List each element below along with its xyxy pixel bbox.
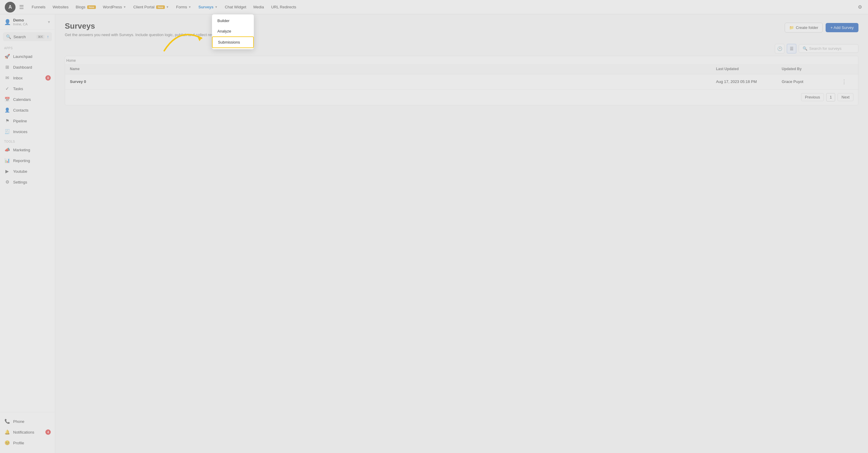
dropdown-analyze[interactable]: Analyze — [212, 26, 254, 36]
settings-gear-icon[interactable]: ⚙ — [857, 3, 863, 11]
nav-surveys[interactable]: Surveys ▼ — [195, 3, 221, 11]
search-icon: 🔍 — [6, 34, 11, 39]
sidebar-item-label: Reporting — [13, 158, 51, 163]
sidebar-item-label: Youtube — [13, 169, 51, 174]
search-button[interactable]: 🔍 Search ⌘K ↑ — [3, 32, 52, 41]
table-row: Survey 0 Aug 17, 2023 05:18 PM Grace Puy… — [65, 74, 858, 90]
sidebar-item-label: Invoices — [13, 130, 51, 134]
col-last-updated: Last Updated — [716, 67, 782, 71]
nav-forms[interactable]: Forms ▼ — [173, 3, 194, 11]
nav-wordpress[interactable]: WordPress ▼ — [100, 3, 129, 11]
sidebar-item-label: Profile — [13, 441, 51, 445]
settings-icon: ⚙ — [4, 180, 10, 185]
next-button[interactable]: Next — [838, 93, 854, 101]
sidebar-item-inbox[interactable]: ✉ Inbox 0 — [0, 72, 55, 83]
dropdown-builder[interactable]: Builder — [212, 15, 254, 26]
nav-blogs[interactable]: Blogs New — [72, 3, 98, 11]
table-header: Name Last Updated Updated By — [65, 64, 858, 74]
sidebar-user[interactable]: 👤 Demo Irvine, CA ▼ — [0, 14, 55, 30]
breadcrumb: Home — [65, 56, 858, 64]
clock-icon: 🕐 — [777, 46, 782, 51]
sidebar-item-label: Notifications — [13, 430, 42, 434]
page-title: Surveys — [65, 22, 227, 31]
dropdown-submissions[interactable]: Submissions — [212, 36, 254, 48]
client-portal-chevron: ▼ — [166, 5, 169, 9]
user-chevron-icon: ▼ — [47, 20, 51, 24]
page-header-left: Surveys Get the answers you need with Su… — [65, 22, 227, 38]
current-page: 1 — [826, 93, 835, 101]
sidebar-item-pipeline[interactable]: ⚑ Pipeline — [0, 116, 55, 126]
sidebar-item-reporting[interactable]: 📊 Reporting — [0, 155, 55, 166]
col-name: Name — [70, 67, 716, 71]
sidebar-item-label: Settings — [13, 180, 51, 185]
folder-icon: 📁 — [789, 25, 794, 30]
sidebar-item-marketing[interactable]: 📣 Marketing — [0, 144, 55, 155]
sidebar: 👤 Demo Irvine, CA ▼ 🔍 Search ⌘K ↑ Apps 🚀… — [0, 14, 55, 453]
sidebar-item-phone[interactable]: 📞 Phone — [0, 416, 55, 427]
col-updated-by: Updated By — [782, 67, 841, 71]
survey-updated-by: Grace Puyot — [782, 79, 841, 84]
user-location: Irvine, CA — [13, 22, 45, 26]
create-folder-button[interactable]: 📁 Create folder — [785, 23, 823, 33]
survey-name: Survey 0 — [70, 79, 716, 84]
sidebar-item-notifications[interactable]: 🔔 Notifications 4 — [0, 427, 55, 438]
contacts-icon: 👤 — [4, 107, 10, 113]
search-arrow-icon: ↑ — [47, 34, 49, 39]
previous-button[interactable]: Previous — [801, 93, 824, 101]
wordpress-chevron: ▼ — [123, 5, 126, 9]
surveys-toolbar: 🕐 ☰ 🔍 Search for surveys — [65, 44, 859, 54]
nav-client-portal[interactable]: Client Portal New ▼ — [130, 3, 172, 11]
sidebar-item-label: Phone — [13, 419, 51, 424]
notifications-badge: 4 — [45, 429, 51, 435]
menu-toggle-icon[interactable]: ☰ — [19, 4, 24, 10]
sidebar-item-label: Launchpad — [13, 54, 51, 59]
page-subtitle: Get the answers you need with Surveys. I… — [65, 32, 227, 38]
nav-right: ⚙ — [857, 3, 863, 11]
sidebar-item-profile[interactable]: 😊 Profile — [0, 438, 55, 448]
user-name: Demo — [13, 18, 45, 22]
search-surveys-icon: 🔍 — [803, 46, 807, 51]
nav-funnels[interactable]: Funnels — [29, 3, 49, 11]
list-view-button[interactable]: ☰ — [787, 44, 796, 54]
sidebar-item-calendars[interactable]: 📅 Calendars — [0, 94, 55, 105]
sidebar-item-dashboard[interactable]: ⊞ Dashboard — [0, 62, 55, 72]
nav-websites[interactable]: Websites — [50, 3, 71, 11]
tasks-icon: ✓ — [4, 86, 10, 91]
sidebar-item-contacts[interactable]: 👤 Contacts — [0, 105, 55, 116]
clock-view-button[interactable]: 🕐 — [775, 44, 784, 54]
sidebar-item-launchpad[interactable]: 🚀 Launchpad — [0, 51, 55, 62]
nav-media[interactable]: Media — [250, 3, 267, 11]
sidebar-item-youtube[interactable]: ▶ Youtube — [0, 166, 55, 177]
row-more-options-button[interactable]: ⋮ — [841, 78, 854, 85]
nav-items: Funnels Websites Blogs New WordPress ▼ C… — [29, 3, 857, 11]
sidebar-item-tasks[interactable]: ✓ Tasks — [0, 83, 55, 94]
sidebar-item-label: Contacts — [13, 108, 51, 112]
launchpad-icon: 🚀 — [4, 54, 10, 59]
col-actions — [841, 67, 854, 71]
sidebar-bottom: 📞 Phone 🔔 Notifications 4 😊 Profile — [0, 412, 55, 448]
sidebar-item-settings[interactable]: ⚙ Settings — [0, 177, 55, 187]
sidebar-item-label: Calendars — [13, 97, 51, 102]
client-portal-badge: New — [156, 5, 165, 9]
marketing-icon: 📣 — [4, 147, 10, 153]
inbox-badge: 0 — [45, 75, 51, 80]
add-survey-button[interactable]: + Add Survey — [826, 23, 859, 32]
search-surveys-input[interactable]: 🔍 Search for surveys — [799, 44, 859, 53]
content-area: Surveys Get the answers you need with Su… — [55, 14, 868, 453]
page-actions: 📁 Create folder + Add Survey — [785, 23, 859, 33]
nav-chat-widget[interactable]: Chat Widget — [222, 3, 249, 11]
page-header: Surveys Get the answers you need with Su… — [65, 22, 859, 38]
apps-section-label: Apps — [0, 43, 55, 51]
search-shortcut: ⌘K — [36, 35, 44, 39]
user-icon: 👤 — [4, 19, 11, 25]
survey-last-updated: Aug 17, 2023 05:18 PM — [716, 79, 782, 84]
youtube-icon: ▶ — [4, 169, 10, 174]
sidebar-item-invoices[interactable]: 🧾 Invoices — [0, 126, 55, 137]
sidebar-item-label: Pipeline — [13, 119, 51, 123]
list-icon: ☰ — [790, 46, 794, 51]
sidebar-item-label: Dashboard — [13, 65, 51, 69]
nav-url-redirects[interactable]: URL Redirects — [268, 3, 299, 11]
surveys-chevron: ▼ — [215, 5, 218, 9]
calendars-icon: 📅 — [4, 97, 10, 102]
notifications-icon: 🔔 — [4, 429, 10, 435]
